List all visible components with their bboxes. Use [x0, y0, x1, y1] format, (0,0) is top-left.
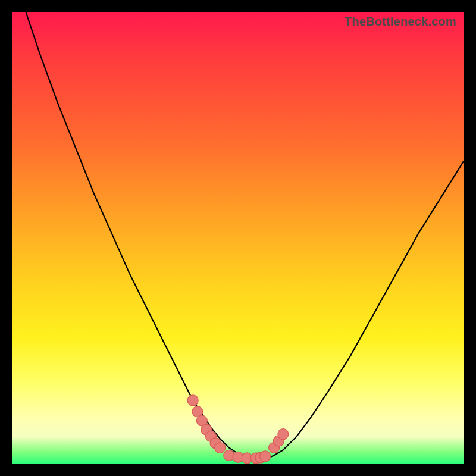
data-marker	[215, 443, 226, 453]
marker-group	[187, 395, 289, 464]
data-marker	[278, 429, 289, 440]
curve-svg	[12, 12, 464, 464]
plot-area: TheBottleneck.com	[12, 12, 464, 464]
data-marker	[260, 451, 271, 462]
chart-frame: TheBottleneck.com	[0, 0, 476, 476]
bottleneck-curve-path	[26, 12, 464, 458]
data-marker	[187, 395, 198, 406]
